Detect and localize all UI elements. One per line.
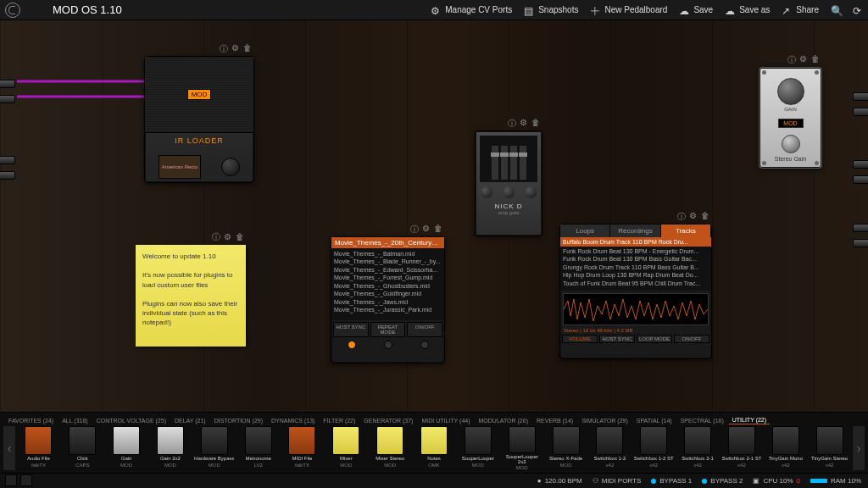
plugin-item[interactable]: Gain 2x2MOD: [150, 426, 192, 470]
bypass-1-button[interactable]: BYPASS 1: [651, 477, 692, 485]
info-icon[interactable]: ⓘ: [220, 43, 228, 52]
category-tab[interactable]: ALL (318): [58, 417, 91, 424]
info-icon[interactable]: ⓘ: [677, 211, 686, 219]
gear-icon[interactable]: ⚙: [224, 231, 232, 240]
cpu-meter[interactable]: ▣CPU 10% 0: [753, 477, 800, 485]
audio-track-item[interactable]: Touch of Funk Drum Beat 95 BPM Chill Dru…: [563, 280, 709, 287]
fader-2[interactable]: [501, 146, 508, 180]
midi-host-sync-toggle[interactable]: [348, 341, 356, 349]
hw-output-5[interactable]: [853, 224, 868, 232]
fader-1[interactable]: [492, 146, 498, 180]
midi-selected-file[interactable]: Movie_Themes_-_20th_Century_Fo...: [331, 237, 444, 248]
knob-3[interactable]: [525, 186, 537, 198]
midi-file-item[interactable]: Movie_Themes_-_Edward_Scissorha...: [334, 266, 442, 274]
info-icon[interactable]: ⓘ: [787, 54, 796, 63]
plugin-item[interactable]: TinyGain Stereox42: [809, 426, 850, 470]
fader-3[interactable]: [510, 146, 517, 180]
trash-icon[interactable]: 🗑: [811, 54, 820, 63]
reset-view-button[interactable]: [853, 5, 863, 15]
bank-buttons[interactable]: [5, 474, 32, 486]
info-icon[interactable]: ⓘ: [212, 231, 220, 240]
plugin-item[interactable]: Stereo X-FadeMOD: [545, 426, 587, 470]
ir-gain-knob[interactable]: [221, 158, 240, 176]
plugin-item[interactable]: Switchbox 2-1 STx42: [721, 426, 763, 470]
share-button[interactable]: Share: [782, 5, 819, 15]
footswitch[interactable]: [782, 135, 800, 153]
audio-volume-label[interactable]: VOLUME: [562, 335, 598, 343]
plugin-item[interactable]: Switchbox 1-2 STx42: [633, 426, 675, 470]
midi-ports-button[interactable]: ⚇MIDI PORTS: [593, 477, 642, 485]
plugin-item[interactable]: SooperLooperMOD: [457, 426, 498, 470]
audio-selected-track[interactable]: Buffalo Boom Drum Track 110 BPM Rock Dru…: [560, 237, 711, 247]
plugin-item[interactable]: Hardware BypassMOD: [193, 426, 235, 470]
category-tab[interactable]: FAVORITES (24): [5, 417, 57, 424]
category-tab[interactable]: SIMULATOR (29): [578, 417, 632, 424]
manage-cv-button[interactable]: Manage CV Ports: [431, 5, 512, 15]
hw-input-3[interactable]: [0, 156, 15, 164]
hw-output-4[interactable]: [853, 175, 868, 184]
plugin-item[interactable]: Mixer StereoMOD: [370, 426, 411, 470]
save-as-button[interactable]: Save as: [725, 5, 770, 15]
new-pedalboard-button[interactable]: New Pedalboard: [590, 5, 667, 15]
midi-file-item[interactable]: Movie_Themes_-_Jaws.mid: [334, 298, 442, 306]
audio-tab[interactable]: Tracks: [661, 225, 711, 237]
category-tab[interactable]: FILTER (22): [320, 417, 359, 424]
gear-icon[interactable]: ⚙: [799, 54, 808, 63]
category-tab[interactable]: SPECTRAL (16): [677, 417, 727, 424]
category-tab[interactable]: REVERB (14): [533, 417, 576, 424]
category-tab[interactable]: MODULATOR (26): [476, 417, 531, 424]
gear-icon[interactable]: ⚙: [231, 43, 240, 52]
midi-file-item[interactable]: Movie_Themes_-_Ghostbusters.mid: [334, 282, 442, 290]
midi-file-item[interactable]: Movie_Themes_-_Jurassic_Park.mid: [334, 306, 442, 313]
plugin-item[interactable]: MetronomeLV2: [237, 426, 279, 470]
plugin-item[interactable]: Audio FilefalkTX: [18, 426, 59, 470]
info-icon[interactable]: ⓘ: [410, 224, 419, 232]
plugin-item[interactable]: NotesOMK: [414, 426, 455, 470]
midi-file-item[interactable]: Movie_Themes_-_Blade_Runner_-_by...: [334, 258, 442, 265]
plugin-item[interactable]: GainMOD: [106, 426, 147, 470]
hw-output-1[interactable]: [853, 92, 868, 101]
audio-track-list[interactable]: Funk Rock Drum Beat 130 BPM - Energetic …: [560, 247, 711, 291]
plugin-item[interactable]: Switchbox 1-2x42: [589, 426, 631, 470]
plugin-item[interactable]: ClickCAPS: [62, 426, 103, 470]
gear-icon[interactable]: ⚙: [422, 224, 431, 232]
hw-output-6[interactable]: [853, 239, 868, 247]
plugin-notes[interactable]: ⓘ⚙🗑 Welcome to update 1.10 It's now poss…: [136, 245, 246, 347]
audio-track-item[interactable]: Funk Rock Drum Beat 130 BPM - Energetic …: [563, 247, 709, 255]
plugin-nick-d[interactable]: ⓘ⚙🗑 NICK D amp gate: [475, 130, 542, 236]
hw-input-2[interactable]: [0, 95, 15, 103]
audio-track-item[interactable]: Hip Hop Drum Loop 130 BPM Rap Drum Beat …: [563, 271, 709, 279]
plugin-audio-file[interactable]: ⓘ⚙🗑 LoopsRecordingsTracks Buffalo Boom D…: [559, 224, 712, 359]
trash-icon[interactable]: 🗑: [434, 224, 442, 232]
plugin-item[interactable]: MixerMOD: [326, 426, 367, 470]
audio-sync-label[interactable]: HOST SYNC: [599, 335, 635, 343]
audio-track-item[interactable]: Funk Rock Drum Beat 130 BPM Bass Guitar …: [563, 255, 709, 263]
hw-output-3[interactable]: [853, 160, 868, 169]
pedalboard-canvas[interactable]: ⓘ⚙🗑 MOD IR LOADER American Recto ⓘ⚙🗑 Wel…: [0, 20, 868, 412]
scroll-right-button[interactable]: ›: [853, 426, 865, 470]
audio-loop-label[interactable]: LOOP MODE: [637, 335, 672, 343]
save-button[interactable]: Save: [679, 5, 713, 15]
midi-repeat-toggle[interactable]: [384, 341, 392, 349]
plugin-item[interactable]: SooperLooper 2x2MOD: [501, 426, 542, 470]
plugin-item[interactable]: MIDI FilefalkTX: [281, 426, 323, 470]
midi-file-item[interactable]: Movie_Themes_-_Forrest_Gump.mid: [334, 274, 442, 281]
gear-icon[interactable]: ⚙: [520, 118, 528, 126]
audio-track-item[interactable]: Grungy Rock Drum Track 110 BPM Bass Guit…: [563, 263, 709, 271]
hw-output-2[interactable]: [853, 108, 868, 116]
trash-icon[interactable]: 🗑: [531, 118, 540, 126]
hw-input-4[interactable]: [0, 171, 15, 180]
trash-icon[interactable]: 🗑: [236, 231, 244, 240]
plugin-ir-loader[interactable]: ⓘ⚙🗑 MOD IR LOADER American Recto: [144, 56, 254, 183]
plugin-stereo-gain[interactable]: ⓘ⚙🗑 GAIN MOD Stereo Gain: [759, 67, 822, 169]
audio-waveform[interactable]: [563, 293, 709, 325]
knob-1[interactable]: [481, 186, 492, 198]
zoom-button[interactable]: [831, 5, 841, 15]
snapshots-button[interactable]: Snapshots: [524, 5, 578, 15]
ram-meter[interactable]: RAM 10%: [810, 477, 861, 485]
fader-4[interactable]: [520, 146, 526, 180]
category-tab[interactable]: DELAY (21): [171, 417, 209, 424]
category-tab[interactable]: UTILITY (22): [729, 416, 770, 424]
midi-onoff-toggle[interactable]: [420, 341, 429, 349]
ir-file-slot[interactable]: American Recto: [159, 155, 201, 179]
